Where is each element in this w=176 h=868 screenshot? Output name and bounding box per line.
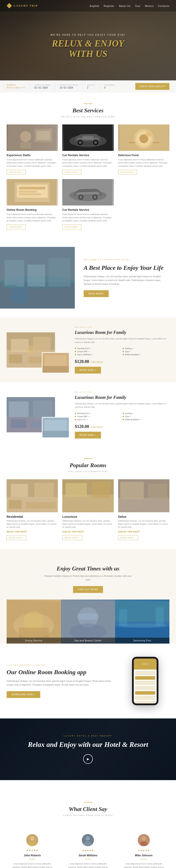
testimonial-name-2: Mike Johnson [121,854,166,857]
room1-feature-1: Parking ✓ [122,347,169,349]
navbar: LAXURY TRIP English Register About Us To… [0,0,176,11]
service-desc-car-top: Fusce dignissim lorem in lectus sollicit… [62,158,113,167]
svg-rect-85 [156,607,164,625]
nav-item-motors[interactable]: Motors [145,5,154,7]
svg-rect-17 [128,142,135,143]
room1-secondary-image [42,352,68,372]
enjoy-cell-dining: Dining Service [7,599,61,644]
svg-rect-23 [19,191,37,192]
testimonial-avatar-2 [138,834,150,846]
svg-rect-63 [26,502,56,508]
best-place-btn[interactable]: READ MORE [83,290,109,297]
popular-img-2 [118,479,169,512]
room2-price-per: / PER NIGHT [90,426,103,428]
room-section-2: RELAXATION Luxurious Room for Family Pel… [0,382,176,447]
service-btn-food[interactable]: DISCOVER + [118,170,137,175]
service-btn-staff[interactable]: DISCOVER + [7,170,26,175]
resort-play-btn[interactable]: ▶ [83,754,93,764]
svg-rect-43 [9,354,22,363]
service-desc-food: Fusce dignissim lorem in lectus sollicit… [118,158,169,167]
svg-rect-47 [45,355,67,366]
app-phone-screen: LAXURY [134,658,156,704]
room2-content: RELAXATION Luxurious Room for Family Pel… [75,391,169,438]
nav-item-tour[interactable]: Tour [135,5,141,7]
service-card-car-top: Car Rentals Service Fusce dignissim lore… [62,124,113,175]
avail-divider-3 [82,83,83,90]
hero-subtitle: WE'RE HERE TO HELP YOU ENJOY YOUR STAY [50,34,126,36]
svg-rect-62 [9,500,22,508]
room1-tag: RELAXATION [75,326,169,328]
room2-tag: RELAXATION [75,391,169,393]
avail-divider-1 [30,83,30,90]
service-title-rental: Car Rentals Service [62,208,113,211]
popular-card-btn-2[interactable]: BOOK NOW + [118,535,138,540]
service-btn-rental[interactable]: DISCOVER + [62,224,81,229]
service-img-car [62,124,113,151]
nav-item-contacts[interactable]: Contacts [158,5,169,7]
avail-label: CHECK AVAILABILITY [7,84,25,89]
testimonial-name-1: Sarah Williams [66,854,110,857]
nav-item-register[interactable]: Register [104,5,114,7]
hero-section: WE'RE HERE TO HELP YOU ENJOY YOUR STAY R… [0,0,176,93]
enjoy-cell-spa: Spa and Beauty Center [61,599,115,644]
enjoy-cell-pool: Swimming Pool [115,599,169,644]
hero-title: RELUX & ENJOY WITH US [52,38,124,59]
logo-icon [7,3,12,8]
svg-rect-3 [35,129,52,142]
popular-card-1: Luxurious Pellentesque tristique, orci n… [62,479,113,540]
room2-feature-3: Gym ✓ [122,415,169,417]
avail-adults: ADULTS 2 [87,84,95,89]
svg-point-16 [145,132,151,136]
nav-item-about[interactable]: About Us [119,5,131,7]
service-btn-booking[interactable]: DISCOVER + [7,224,26,229]
svg-rect-70 [120,482,144,499]
svg-point-38 [11,286,29,304]
app-subtitle: Luxury Resort & Hotel [7,664,112,666]
enjoy-cell-label-dining: Dining Service [7,638,61,644]
svg-rect-48 [42,366,69,373]
testimonial-card-1: ★★★★★ Sarah Williams Guest Fusce digniss… [62,830,113,868]
testimonials-title: What Client Say [11,806,165,812]
svg-rect-24 [19,193,41,195]
service-img-rental [62,179,113,206]
svg-rect-41 [11,339,29,352]
service-desc-staff: Fusce dignissim lorem in lectus sollicit… [7,158,58,167]
popular-card-0: Residential Pellentesque tristique, orci… [7,479,58,540]
popular-img-0 [7,479,58,512]
room1-content: RELAXATION Luxurious Room for Family Pel… [75,326,169,374]
app-download-btn[interactable]: DOWNLOAD NOW + [7,691,40,698]
enjoy-btn[interactable]: FIND OUT MORE [73,586,103,593]
popular-card-title-2: Delux [118,515,169,519]
svg-point-1 [20,131,31,142]
resort-subtitle: LUXURY HOTEL & BEST RESORT [64,735,112,737]
best-place-title: A Best Place to Enjoy Your Life [83,264,167,272]
service-title-staff: Experience Staffs [7,154,58,157]
nav-item-english[interactable]: English [90,5,99,7]
app-phone-row-1 [135,671,155,675]
best-place-image [0,247,75,309]
room2-features: Morning Pool ✓ Parking ✓ Ocean WiFi ✓ Gy… [75,412,169,421]
app-phone: LAXURY [132,657,159,705]
svg-rect-34 [4,260,24,286]
room2-book-btn[interactable]: BOOK NOW + [75,432,101,438]
service-btn-car-top[interactable]: DISCOVER + [62,170,81,175]
services-title: Best Services [4,107,172,114]
svg-rect-56 [45,420,67,431]
service-title-car-top: Car Rentals Service [62,154,113,157]
room1-book-btn[interactable]: BOOK NOW + [75,367,101,374]
app-phone-row-4 [135,695,155,700]
service-title-booking: Online Room Booking [7,208,58,211]
best-place-content: WELCOME TO LAXURY TRIP HOTEL A Best Plac… [75,252,176,304]
popular-card-title-0: Residential [7,515,58,519]
popular-card-btn-1[interactable]: BOOK NOW + [62,535,82,540]
testimonials-section: What Client Say CHECK RATINGS FROM OUR C… [0,780,176,868]
brand-logo[interactable]: LAXURY TRIP [7,3,38,8]
app-desc: Pellentesque tristique, orci non faucibu… [7,679,112,687]
popular-title: Popular Rooms [4,462,172,469]
room2-feature-1: Parking ✓ [122,412,169,414]
popular-card-price-1: $120.00 / PER NIGHT [62,531,113,533]
check-availability-button[interactable]: CHECK AVAILABILITY [135,83,169,90]
popular-card-btn-0[interactable]: BOOK NOW + [7,535,26,540]
service-card-booking: Online Room Booking Fusce dignissim lore… [7,179,58,229]
service-desc-booking: Fusce dignissim lorem in lectus sollicit… [7,213,58,222]
